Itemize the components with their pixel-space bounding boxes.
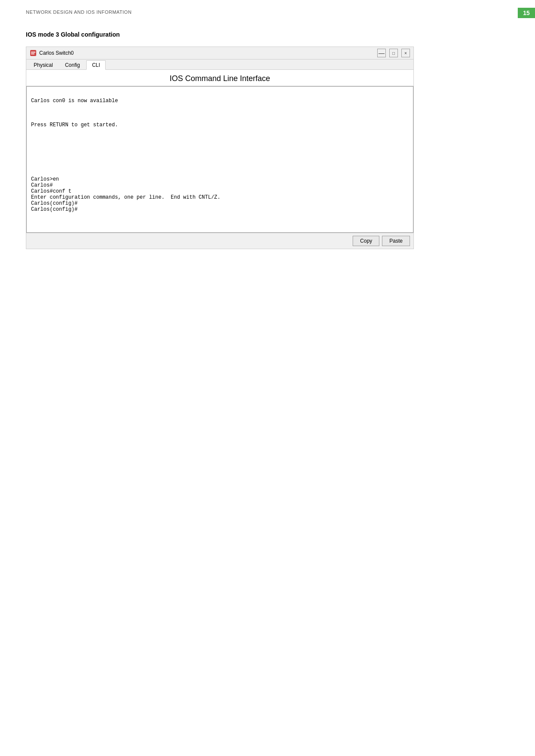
minimize-button[interactable]: — [377, 49, 386, 57]
terminal-container: Carlos con0 is now available Press RETUR… [26, 86, 413, 233]
svg-rect-1 [31, 52, 35, 53]
paste-button[interactable]: Paste [382, 236, 410, 246]
tabs-bar: Physical Config CLI [26, 59, 413, 70]
page-number: 15 [518, 8, 535, 18]
close-button[interactable]: × [401, 49, 410, 57]
window-icon [30, 50, 37, 56]
tab-config[interactable]: Config [59, 60, 86, 69]
window: Carlos Switch0 — □ × Physical Config CLI… [26, 47, 414, 249]
cli-title: IOS Command Line Interface [26, 70, 413, 86]
terminal-output[interactable]: Carlos con0 is now available Press RETUR… [26, 86, 413, 233]
page-header: NETWORK DESIGN AND IOS INFORMATION [26, 9, 131, 15]
button-bar: Copy Paste [26, 233, 413, 249]
tab-physical[interactable]: Physical [28, 60, 59, 69]
tab-cli[interactable]: CLI [86, 60, 106, 70]
title-bar-left: Carlos Switch0 [30, 50, 74, 56]
copy-button[interactable]: Copy [353, 236, 379, 246]
svg-rect-2 [31, 53, 34, 54]
svg-rect-0 [30, 50, 36, 56]
title-bar: Carlos Switch0 — □ × [26, 47, 413, 59]
title-bar-controls: — □ × [377, 49, 410, 57]
section-heading: IOS mode 3 Global configuration [26, 31, 120, 38]
window-title: Carlos Switch0 [39, 50, 74, 56]
maximize-button[interactable]: □ [389, 49, 398, 57]
